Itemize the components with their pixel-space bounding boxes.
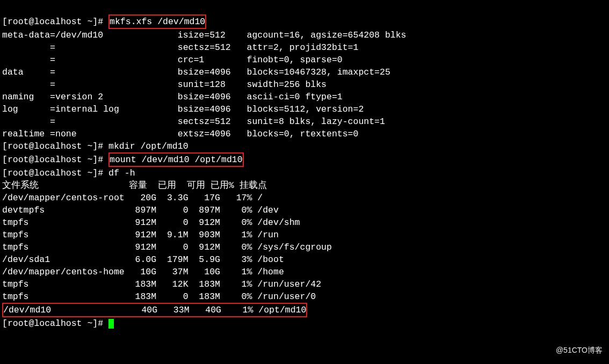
mkfs-line: = sectsz=512 attr=2, projid32bit=1 [2, 42, 358, 53]
df-row: tmpfs 912M 0 912M 0% /dev/shm [2, 217, 300, 228]
df-row: tmpfs 912M 0 912M 0% /sys/fs/cgroup [2, 242, 332, 252]
cursor-icon[interactable] [108, 319, 114, 329]
mkfs-line: log =internal log bsize=4096 blocks=5112… [2, 104, 364, 114]
mkfs-line: meta-data=/dev/md10 isize=512 agcount=16… [2, 30, 407, 40]
df-row: /dev/mapper/centos-home 10G 37M 10G 1% /… [2, 267, 284, 277]
prompt: [root@localhost ~]# [2, 168, 108, 178]
df-row: /dev/mapper/centos-root 20G 3.3G 17G 17%… [2, 193, 263, 203]
df-header: 文件系统 容量 已用 可用 已用% 挂载点 [2, 180, 267, 191]
mkfs-line: realtime =none extsz=4096 blocks=0, rtex… [2, 129, 358, 139]
cmd-df: df -h [108, 168, 135, 178]
prompt: [root@localhost ~]# [2, 318, 108, 329]
df-row-highlight: /dev/md10 40G 33M 40G 1% /opt/md10 [2, 303, 307, 317]
terminal-window[interactable]: [root@localhost ~]# mkfs.xfs /dev/md10 m… [0, 0, 609, 364]
mkfs-line: = crc=1 finobt=0, sparse=0 [2, 55, 343, 65]
mkfs-line: data = bsize=4096 blocks=10467328, imaxp… [2, 67, 390, 77]
df-row: tmpfs 912M 9.1M 903M 1% /run [2, 230, 279, 240]
prompt: [root@localhost ~]# [2, 155, 108, 165]
df-row: devtmpfs 897M 0 897M 0% /dev [2, 205, 279, 215]
mkfs-line: naming =version 2 bsize=4096 ascii-ci=0 … [2, 92, 343, 102]
mkfs-line: = sectsz=512 sunit=8 blks, lazy-count=1 [2, 117, 385, 127]
prompt: [root@localhost ~]# [2, 141, 108, 151]
watermark: @51CTO博客 [556, 344, 603, 356]
df-row: /dev/sda1 6.0G 179M 5.9G 3% /boot [2, 254, 284, 265]
mkfs-line: = sunit=128 swidth=256 blks [2, 79, 327, 90]
prompt: [root@localhost ~]# [2, 17, 108, 27]
cmd-mount: mount /dev/md10 /opt/md10 [108, 152, 244, 167]
df-row: tmpfs 183M 12K 183M 1% /run/user/42 [2, 279, 321, 289]
df-row: tmpfs 183M 0 183M 0% /run/user/0 [2, 292, 316, 302]
cmd-mkfs: mkfs.xfs /dev/md10 [108, 14, 206, 29]
cmd-mkdir: mkdir /opt/md10 [108, 141, 189, 151]
